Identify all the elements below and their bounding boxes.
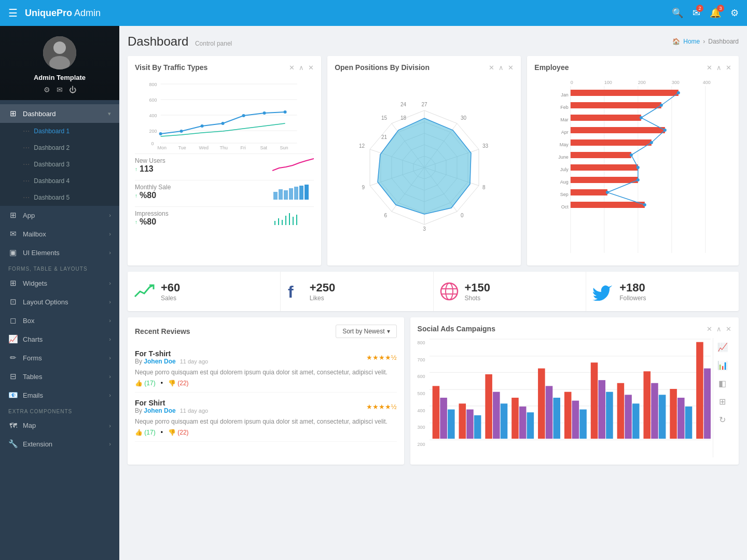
sidebar-item-mailbox[interactable]: ✉ Mailbox › [0,225,119,243]
svg-rect-91 [571,152,631,158]
svg-rect-137 [564,392,571,439]
svg-text:300: 300 [672,80,680,85]
employee-collapse-icon[interactable]: ∧ [716,64,722,72]
layers-icon[interactable]: ◧ [718,379,726,388]
breadcrumb-home-link[interactable]: Home [683,38,700,45]
app-icon: ⊞ [8,211,18,220]
svg-rect-140 [590,362,598,439]
reviews-card-title: Recent Reviews [135,327,190,335]
sidebar-item-app[interactable]: ⊞ App › [0,206,119,225]
social-collapse-icon[interactable]: ∧ [716,325,722,333]
svg-text:15: 15 [381,115,388,121]
traffic-collapse-icon[interactable]: ∧ [299,64,304,72]
social-chart-wrapper: 800 700 600 500 400 300 200 [418,338,731,457]
sidebar-item-widgets[interactable]: ⊞ Widgets › [0,274,119,292]
review-2-text: Neque porro quisquam est qui dolorem ips… [135,417,397,426]
radar-minimize-icon[interactable]: ✕ [489,64,494,72]
employee-card-actions: ✕ ∧ ✕ [707,64,731,72]
bar-chart-icon[interactable]: 📊 [717,360,728,370]
review-2-author: By Johen Doe [135,407,176,414]
profile-mail-icon[interactable]: ✉ [57,86,63,94]
page-header: Dashboard Control panel 🏠 Home › Dashboa… [128,34,739,49]
sidebar-item-dashboard2[interactable]: ··· Dashboard 2 [0,139,119,156]
facebook-label: Likes [310,295,336,302]
vote-up-1[interactable]: 👍 (17) [135,380,156,387]
svg-rect-136 [553,398,560,439]
sort-newest-button[interactable]: Sort by Newest ▾ [336,325,396,338]
traffic-chart-area: 800 600 400 200 0 [135,77,314,149]
traffic-minimize-icon[interactable]: ✕ [289,64,295,72]
svg-point-103 [663,129,667,132]
sidebar-item-map[interactable]: 🗺 Map › [0,416,119,435]
reviews-card-header: Recent Reviews Sort by Newest ▾ [135,325,397,338]
svg-point-105 [630,153,633,157]
sidebar-item-ui[interactable]: ▣ UI Elements › [0,243,119,262]
chart-line-icon[interactable]: 📈 [717,342,728,352]
forms-section-label: FORMS, TABLE & LAYOUTS [0,262,119,274]
profile-settings-icon[interactable]: ⚙ [44,86,50,94]
mail-icon[interactable]: ✉2 [693,7,700,19]
svg-rect-27 [273,192,278,200]
svg-text:Mon: Mon [158,145,167,149]
svg-point-102 [640,116,643,119]
forms-icon: ✏ [8,353,18,362]
svg-point-108 [606,191,609,194]
svg-rect-152 [696,342,703,439]
dashboard-icon: ⊞ [8,109,18,118]
svg-rect-81 [571,90,679,96]
sidebar-item-dashboard1[interactable]: ··· Dashboard 1 [0,123,119,139]
social-minimize-icon[interactable]: ✕ [707,325,712,333]
svg-point-15 [201,124,204,128]
radar-card-header: Open Positions By Division ✕ ∧ ✕ [335,63,514,72]
vote-down-1[interactable]: 👎 (22) [168,380,189,387]
sidebar-item-dashboard[interactable]: ⊞ Dashboard ▾ [0,104,119,123]
radar-chart-area: 27 30 33 8 0 3 6 9 12 15 18 21 2 [335,77,514,258]
svg-text:0: 0 [571,80,573,85]
svg-point-17 [242,114,245,117]
profile-power-icon[interactable]: ⏻ [69,86,76,94]
sidebar: Admin Template ⚙ ✉ ⏻ ⊞ Dashboard ▾ ··· D… [0,26,119,560]
svg-point-18 [263,111,266,115]
bell-icon[interactable]: 🔔3 [710,7,721,19]
sidebar-item-forms[interactable]: ✏ Forms › [0,348,119,367]
employee-chart-area: 0 100 200 300 400 Jan [534,77,731,258]
social-close-icon[interactable]: ✕ [726,325,731,333]
sidebar-item-box[interactable]: ◻ Box › [0,311,119,330]
dribbble-label: Shots [465,295,491,302]
sales-icon [134,282,155,301]
dribbble-icon [440,282,459,301]
employee-close-icon[interactable]: ✕ [726,64,731,72]
svg-text:600: 600 [149,97,157,103]
svg-rect-127 [474,415,481,439]
vote-up-2[interactable]: 👍 (17) [135,429,156,436]
sidebar-item-charts[interactable]: 📈 Charts › [0,330,119,348]
traffic-close-icon[interactable]: ✕ [308,64,314,72]
grid-icon[interactable]: ⊞ [719,397,726,407]
sidebar-item-emails[interactable]: 📧 Emails › [0,386,119,404]
radar-collapse-icon[interactable]: ∧ [499,64,504,72]
sidebar-item-dashboard3[interactable]: ··· Dashboard 3 [0,156,119,173]
radar-close-icon[interactable]: ✕ [508,64,514,72]
svg-rect-89 [571,139,652,146]
employee-minimize-icon[interactable]: ✕ [707,64,712,72]
dashboard-arrow: ▾ [108,110,111,117]
svg-text:0: 0 [151,141,154,146]
search-icon[interactable]: 🔍 [672,7,683,19]
layout-icon: ⊡ [8,297,18,306]
facebook-value: +250 [310,281,336,295]
vote-down-2[interactable]: 👎 (22) [168,429,189,436]
sidebar-item-layout[interactable]: ⊡ Layout Options › [0,292,119,311]
svg-rect-150 [677,398,685,439]
svg-rect-141 [598,380,605,439]
sidebar-profile: Admin Template ⚙ ✉ ⏻ [0,26,119,100]
svg-text:24: 24 [400,102,407,107]
sidebar-item-extension[interactable]: 🔧 Extension › [0,435,119,453]
svg-point-109 [643,203,646,206]
hamburger-icon[interactable]: ☰ [8,7,18,19]
sidebar-item-dashboard4[interactable]: ··· Dashboard 4 [0,173,119,189]
refresh-icon[interactable]: ↻ [719,415,726,425]
sidebar-item-tables[interactable]: ⊟ Tables › [0,367,119,386]
settings-icon[interactable]: ⚙ [730,7,739,19]
sidebar-item-dashboard5[interactable]: ··· Dashboard 5 [0,189,119,206]
svg-rect-125 [459,403,466,439]
